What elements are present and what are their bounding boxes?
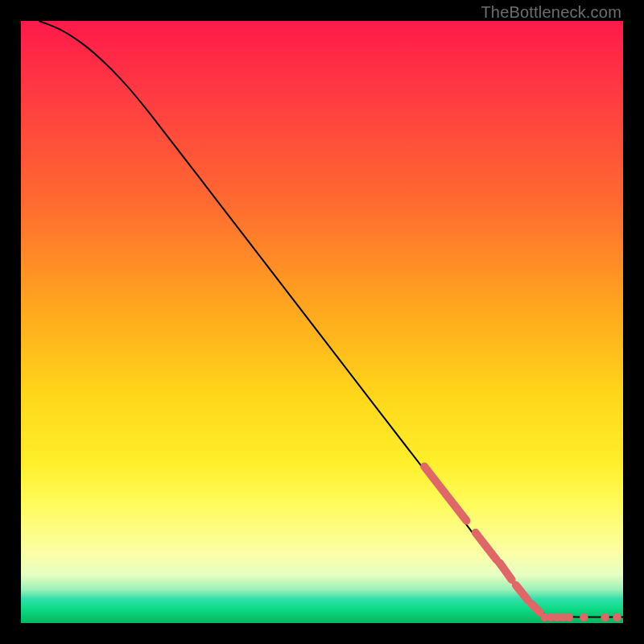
chart-svg [21,21,623,623]
highlight-segment [424,467,466,521]
highlight-dot [564,613,572,621]
chart-frame: TheBottleneck.com [0,0,644,644]
highlight-dot [601,613,609,621]
highlight-segment [531,604,539,612]
highlight-segment [516,585,528,601]
highlight-dot [580,613,588,621]
highlight-segment [476,533,497,560]
highlight-segment [500,563,512,580]
plot-area [21,21,623,623]
main-curve [39,21,623,617]
highlight-markers [424,467,621,621]
watermark-text: TheBottleneck.com [481,3,621,22]
highlight-dot [613,613,621,621]
